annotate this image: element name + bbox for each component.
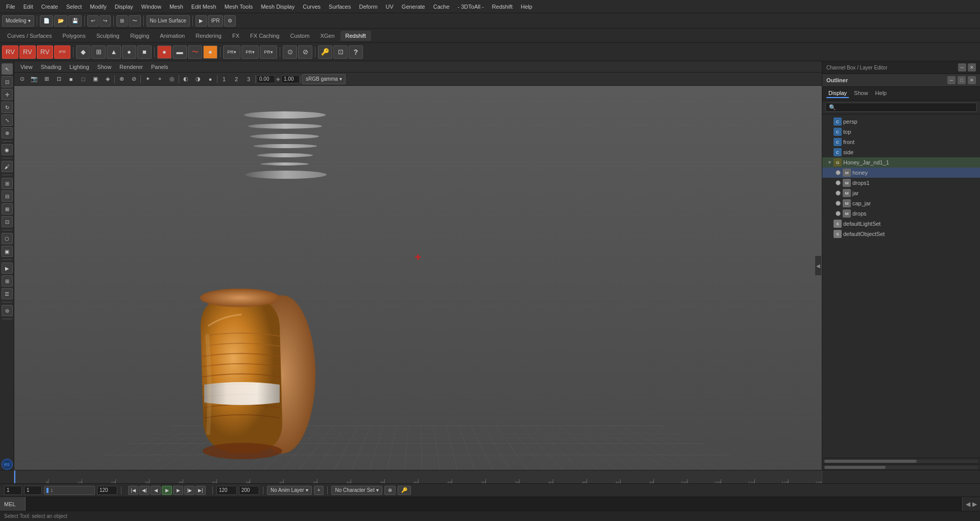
scale-tool-btn[interactable]: ⤡ <box>2 114 13 126</box>
tab-redshift[interactable]: Redshift <box>340 31 371 41</box>
tree-item-drops[interactable]: M drops <box>822 208 980 219</box>
vp-menu-panels[interactable]: Panels <box>147 63 173 71</box>
grid-btn[interactable]: ⊞ <box>91 45 106 59</box>
select-tool-btn[interactable]: ↖ <box>2 63 13 75</box>
render-view2-btn[interactable]: ⊞ <box>2 275 13 287</box>
viewport-3d[interactable]: + persp XY <box>14 86 822 470</box>
menu-file[interactable]: File <box>2 3 19 11</box>
snap-curve-btn[interactable]: 〜 <box>129 15 141 27</box>
outliner-close[interactable]: ✕ <box>968 76 976 84</box>
redshift-icon-btn[interactable]: RS <box>2 459 13 470</box>
outliner-tab-show[interactable]: Show <box>852 89 870 98</box>
panel-minimize-btn[interactable]: ─ <box>958 63 966 72</box>
tab-rigging[interactable]: Rigging <box>125 31 154 41</box>
panel-close-btn[interactable]: ✕ <box>968 63 976 72</box>
prev-key-btn[interactable]: ◀| <box>139 486 150 495</box>
menu-generate[interactable]: Generate <box>398 3 429 11</box>
tree-item-cap-jar[interactable]: M cap_jar <box>822 198 980 208</box>
outliner-minimize[interactable]: ─ <box>947 76 955 84</box>
tab-curves-surfaces[interactable]: Curves / Surfaces <box>2 31 57 41</box>
render-view-btn[interactable]: ▶ <box>2 263 13 274</box>
menu-surfaces[interactable]: Surfaces <box>325 3 355 11</box>
character-set-dropdown[interactable]: No Character Set ▾ <box>331 486 382 495</box>
menu-mesh-display[interactable]: Mesh Display <box>257 3 299 11</box>
tree-item-honey[interactable]: M honey <box>822 168 980 178</box>
vp-icon-camera[interactable]: 📷 <box>29 74 40 84</box>
scrollbar-thumb-h[interactable] <box>824 466 886 469</box>
outliner-search-input[interactable] <box>825 103 977 112</box>
vp-icon-num2[interactable]: 2 <box>231 74 242 84</box>
anim-layer-add-btn[interactable]: + <box>314 486 324 495</box>
vp-icon-mask[interactable]: ⊘ <box>128 74 139 84</box>
menu-cache[interactable]: Cache <box>429 3 454 11</box>
scrollbar-track[interactable] <box>824 460 978 463</box>
timeline-playhead[interactable] <box>14 470 15 483</box>
menu-3dtoll[interactable]: - 3DToAll - <box>454 3 488 11</box>
undo-btn[interactable]: ↩ <box>87 15 99 27</box>
menu-uv[interactable]: UV <box>382 3 398 11</box>
cone-btn[interactable]: ▲ <box>107 45 121 59</box>
orange-circle-btn[interactable]: ● <box>203 45 217 59</box>
pr3-btn[interactable]: PR▾ <box>260 45 277 59</box>
frame-indicator[interactable]: 1 <box>44 486 95 495</box>
tree-item-default-object-set[interactable]: S defaultObjectSet <box>822 229 980 239</box>
tab-custom[interactable]: Custom <box>285 31 315 41</box>
rv3-btn[interactable]: RV <box>37 45 53 59</box>
outliner-tab-display[interactable]: Display <box>826 89 849 98</box>
menu-curves[interactable]: Curves <box>299 3 325 11</box>
menu-mesh-tools[interactable]: Mesh Tools <box>220 3 257 11</box>
playback-end-input[interactable]: 200 <box>239 486 259 495</box>
right-panel-scrollbar[interactable] <box>822 458 980 464</box>
go-start-btn[interactable]: |◀ <box>128 486 138 495</box>
jar-3d-object[interactable] <box>173 285 326 464</box>
vp-icon-select-type[interactable]: ⊕ <box>116 74 127 84</box>
rv-btn[interactable]: RV <box>2 45 18 59</box>
btn-round1[interactable]: ⊙ <box>283 45 297 59</box>
snap-view-btn[interactable]: ⊞ <box>2 178 13 189</box>
vp-menu-shading[interactable]: Shading <box>37 63 65 71</box>
tree-item-honey-jar-group[interactable]: ▼ G Honey_Jar_nd1_1 <box>822 157 980 168</box>
lasso-tool-btn[interactable]: ⊡ <box>2 76 13 87</box>
workspace-dropdown[interactable]: Modeling ▾ <box>2 15 34 27</box>
tree-item-front[interactable]: C front <box>822 137 980 147</box>
mel-input[interactable] <box>26 497 963 511</box>
render-btn[interactable]: ▶ <box>195 15 207 27</box>
menu-modify[interactable]: Modify <box>86 3 110 11</box>
outliner-tree[interactable]: C persp C top C front C sid <box>822 114 980 458</box>
frame-btn[interactable]: ⊡ <box>333 45 348 59</box>
paint-btn[interactable]: 🖌 <box>2 161 13 172</box>
tab-fx-caching[interactable]: FX Caching <box>245 31 284 41</box>
snap-view2-btn[interactable]: ⊟ <box>2 191 13 202</box>
scrollbar-track-h[interactable] <box>824 466 978 469</box>
vp-icon-display[interactable]: □ <box>78 74 89 84</box>
frame-current-input[interactable]: 1 <box>24 486 42 495</box>
pr1-btn[interactable]: PR▾ <box>223 45 240 59</box>
menu-deform[interactable]: Deform <box>355 3 381 11</box>
vp-icon-num1[interactable]: 1 <box>218 74 230 84</box>
tab-xgen[interactable]: XGen <box>315 31 339 41</box>
playback-start-input[interactable]: 120 <box>216 486 237 495</box>
anim-layer-dropdown[interactable]: No Anim Layer ▾ <box>267 486 312 495</box>
tab-animation[interactable]: Animation <box>155 31 190 41</box>
outliner-maximize[interactable]: □ <box>958 76 966 84</box>
vp-icon-home[interactable]: ⊙ <box>16 74 28 84</box>
tree-item-drops1[interactable]: M drops1 <box>822 178 980 188</box>
ipr-icon-btn[interactable]: IPR <box>54 45 70 59</box>
viewport[interactable]: View Shading Lighting Show Renderer Pane… <box>14 61 822 470</box>
go-end-btn[interactable]: ▶| <box>195 486 206 495</box>
menu-select[interactable]: Select <box>62 3 86 11</box>
right-panel-collapse-btn[interactable]: ◀ <box>815 255 822 276</box>
menu-mesh[interactable]: Mesh <box>165 3 187 11</box>
tab-polygons[interactable]: Polygons <box>57 31 90 41</box>
tree-item-top[interactable]: C top <box>822 127 980 137</box>
menu-display[interactable]: Display <box>111 3 137 11</box>
tab-sculpting[interactable]: Sculpting <box>91 31 125 41</box>
mel-scroll-left[interactable]: ◀ <box>966 501 970 508</box>
open-file-btn[interactable]: 📂 <box>54 15 67 27</box>
vp-icon-wireframe[interactable]: ⊡ <box>53 74 64 84</box>
character-set-btn[interactable]: ⊕ <box>384 486 396 495</box>
btn-round2[interactable]: ⊘ <box>298 45 312 59</box>
tree-item-persp[interactable]: C persp <box>822 116 980 127</box>
tab-fx[interactable]: FX <box>227 31 244 41</box>
menu-help[interactable]: Help <box>517 3 536 11</box>
